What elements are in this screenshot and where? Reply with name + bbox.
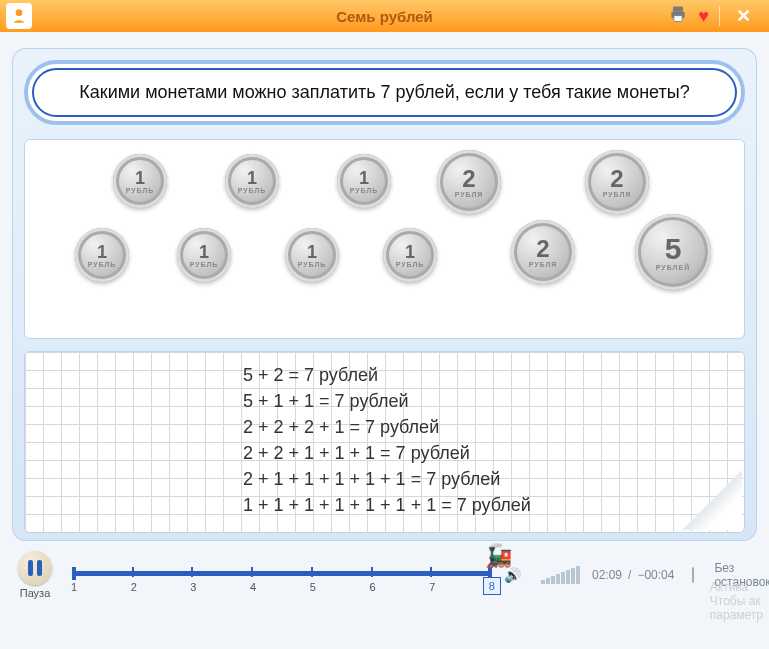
answer-line: 1 + 1 + 1 + 1 + 1 + 1 + 1 = 7 рублей	[243, 492, 732, 518]
window-title: Семь рублей	[0, 8, 769, 25]
answers-list: 5 + 2 = 7 рублей5 + 1 + 1 = 7 рублей2 + …	[243, 362, 732, 518]
separator	[719, 6, 720, 26]
volume-bars[interactable]	[541, 566, 580, 584]
timeline-tick[interactable]: 4	[251, 567, 253, 577]
close-icon[interactable]: ✕	[730, 5, 757, 27]
page-curl-icon	[682, 470, 742, 530]
stage: Какими монетами можно заплатить 7 рублей…	[12, 48, 757, 541]
coin-5[interactable]: 5РУБЛЕЙ	[635, 214, 711, 290]
coin-1[interactable]: 1РУБЛЬ	[113, 154, 167, 208]
answer-line: 2 + 1 + 1 + 1 + 1 + 1 = 7 рублей	[243, 466, 732, 492]
timeline-tick[interactable]: 2	[132, 567, 134, 577]
pause-label: Пауза	[20, 587, 51, 599]
answer-line: 2 + 2 + 2 + 1 = 7 рублей	[243, 414, 732, 440]
time-separator: /	[628, 568, 631, 582]
answer-line: 5 + 2 = 7 рублей	[243, 362, 732, 388]
nostop-checkbox[interactable]	[692, 567, 694, 583]
time-remaining: −00:04	[637, 568, 674, 582]
coin-2[interactable]: 2РУБЛЯ	[437, 150, 501, 214]
train-icon: 🚂	[485, 543, 512, 569]
app-logo	[6, 3, 32, 29]
title-bar: Семь рублей ♥ ✕	[0, 0, 769, 32]
coin-1[interactable]: 1РУБЛЬ	[75, 228, 129, 282]
timeline-tick[interactable]: 7	[430, 567, 432, 577]
timeline-tick[interactable]: 5	[311, 567, 313, 577]
coin-1[interactable]: 1РУБЛЬ	[177, 228, 231, 282]
timeline-tick[interactable]: 3	[191, 567, 193, 577]
timeline-tick[interactable]: 1	[72, 567, 74, 577]
time-display: 02:09 / −00:04	[592, 568, 674, 582]
heart-icon[interactable]: ♥	[698, 6, 709, 27]
speaker-icon[interactable]: 🔊	[504, 567, 521, 583]
coin-1[interactable]: 1РУБЛЬ	[383, 228, 437, 282]
coin-2[interactable]: 2РУБЛЯ	[511, 220, 575, 284]
svg-rect-3	[674, 16, 682, 22]
coins-panel: 1РУБЛЬ1РУБЛЬ1РУБЛЬ2РУБЛЯ2РУБЛЯ1РУБЛЬ1РУБ…	[24, 139, 745, 339]
question-bubble: Какими монетами можно заплатить 7 рублей…	[24, 60, 745, 125]
answer-line: 5 + 1 + 1 = 7 рублей	[243, 388, 732, 414]
question-text: Какими монетами можно заплатить 7 рублей…	[32, 68, 737, 117]
timeline-current: 8	[483, 577, 501, 595]
pause-icon	[28, 560, 42, 576]
print-icon[interactable]	[668, 4, 688, 28]
coin-1[interactable]: 1РУБЛЬ	[225, 154, 279, 208]
answers-panel: 5 + 2 = 7 рублей5 + 1 + 1 = 7 рублей2 + …	[24, 351, 745, 533]
coin-2[interactable]: 2РУБЛЯ	[585, 150, 649, 214]
timeline-tick[interactable]: 6	[371, 567, 373, 577]
coin-1[interactable]: 1РУБЛЬ	[285, 228, 339, 282]
pause-button[interactable]	[18, 551, 52, 585]
controls-bar: Пауза 12345678 🚂 🔊 02:09 / −00:04 Без ос…	[0, 541, 769, 605]
nostop-label: Без остановок	[714, 561, 769, 589]
coin-1[interactable]: 1РУБЛЬ	[337, 154, 391, 208]
svg-point-0	[16, 9, 23, 16]
timeline[interactable]: 12345678 🚂	[72, 555, 492, 595]
answer-line: 2 + 2 + 1 + 1 + 1 = 7 рублей	[243, 440, 732, 466]
svg-rect-1	[673, 7, 683, 12]
time-elapsed: 02:09	[592, 568, 622, 582]
